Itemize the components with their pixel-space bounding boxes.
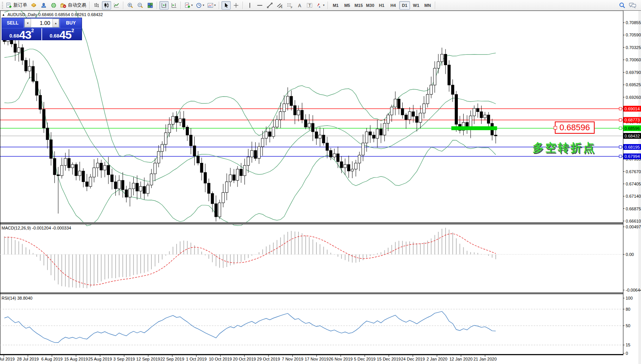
- candle-bull: [265, 132, 267, 138]
- vertical-line-button[interactable]: [245, 1, 254, 10]
- text-button[interactable]: A: [295, 1, 304, 10]
- candle-bull: [272, 127, 275, 136]
- hline-handle[interactable]: [619, 107, 622, 110]
- candle-bull: [157, 151, 160, 163]
- candle-bull: [354, 163, 357, 169]
- date-tick-label: 20 Oct 2019: [233, 357, 256, 361]
- timeframe-button-M30[interactable]: M30: [365, 1, 375, 10]
- rsi-tick-label: 50: [626, 323, 630, 328]
- timeframe-button-W1[interactable]: W1: [411, 1, 421, 10]
- hline-handle[interactable]: [619, 119, 622, 121]
- community-button[interactable]: [39, 1, 48, 10]
- periods-button[interactable]: ▾: [195, 1, 205, 10]
- candle-bear: [487, 115, 490, 123]
- candle-bear: [293, 106, 296, 115]
- buy-price[interactable]: 0.68 45 2: [42, 28, 82, 41]
- panel-separator[interactable]: [0, 292, 641, 294]
- one-click-collapse-marker[interactable]: ▲: [2, 13, 5, 16]
- timeframe-button-M1[interactable]: M1: [330, 1, 341, 10]
- price-tick-label: 0.67140: [626, 194, 641, 198]
- candlestick-chart-button[interactable]: [102, 1, 111, 10]
- fibonacci-letter: F: [291, 6, 292, 8]
- candle-bull: [376, 129, 379, 138]
- callout-anchor-handle[interactable]: [554, 126, 557, 130]
- arrows-button[interactable]: ▾: [315, 1, 326, 10]
- candle-bull: [247, 157, 249, 166]
- timeframe-button-H4[interactable]: H4: [388, 1, 398, 10]
- candle-bull: [365, 132, 368, 143]
- channel-button[interactable]: E: [275, 1, 284, 10]
- rsi-tick-label: 0: [626, 351, 628, 356]
- date-tick-label: 15 Dec 2019: [377, 357, 401, 361]
- price-level-callout[interactable]: 0.68596: [555, 121, 595, 134]
- candle-bear: [315, 132, 318, 138]
- candle-bear: [111, 175, 113, 182]
- timeframe-button-MN[interactable]: MN: [422, 1, 433, 10]
- zoom-out-button[interactable]: [136, 1, 145, 10]
- candle-bull: [423, 104, 425, 113]
- price-tick-label: 0.70590: [626, 33, 641, 37]
- one-click-trading-panel: SELL ▼ 1.00 ▲ BUY 0.68 43 2 0.68 45 2: [2, 18, 82, 40]
- candle-bear: [401, 108, 404, 115]
- tile-windows-button[interactable]: [146, 1, 155, 10]
- price-tick-label: 0.69260: [626, 95, 641, 100]
- volume-decrease-button[interactable]: ▼: [25, 19, 31, 27]
- candle-bull: [218, 203, 221, 217]
- volume-increase-button[interactable]: ▲: [52, 19, 59, 27]
- bar-chart-button[interactable]: [92, 1, 101, 10]
- text-label-button[interactable]: T: [305, 1, 314, 10]
- sell-button[interactable]: SELL: [2, 18, 24, 28]
- support-zone-bar[interactable]: [451, 126, 497, 130]
- dropdown-caret[interactable]: ▾: [214, 3, 216, 7]
- candle-bull: [383, 123, 386, 135]
- toolbar-drag-handle[interactable]: [2, 2, 3, 9]
- timeframe-button-D1[interactable]: D1: [399, 1, 410, 10]
- chart-shift-button[interactable]: [169, 1, 179, 10]
- candle-bear: [125, 190, 128, 197]
- line-chart-button[interactable]: [112, 1, 121, 10]
- dropdown-caret[interactable]: ▾: [203, 3, 204, 7]
- trendline-button[interactable]: [265, 1, 274, 10]
- fibonacci-button[interactable]: F: [285, 1, 294, 10]
- crosshair-button[interactable]: [231, 1, 241, 10]
- date-tick-label: 15 Aug 2019: [64, 357, 88, 361]
- chat-button[interactable]: [628, 1, 638, 10]
- indicators-icon: [184, 2, 190, 8]
- date-tick-label: 3 Sep 2019: [113, 357, 135, 361]
- hline-handle[interactable]: [619, 146, 622, 148]
- timeframe-button-M15[interactable]: M15: [353, 1, 364, 10]
- templates-button[interactable]: ▾: [206, 1, 217, 10]
- candle-bear: [57, 175, 59, 175]
- broadcast-button[interactable]: [49, 1, 58, 10]
- price-tick-label: 0.66610: [626, 219, 641, 223]
- panel-separator[interactable]: [0, 222, 641, 225]
- timeframe-button-M5[interactable]: M5: [342, 1, 352, 10]
- candle-bear: [43, 109, 45, 128]
- buy-button[interactable]: BUY: [60, 18, 82, 28]
- autotrading-button[interactable]: 自动交易: [59, 1, 87, 10]
- chart-canvas[interactable]: 0.708550.705900.703250.700600.697900.695…: [0, 0, 641, 364]
- candle-bear: [336, 154, 339, 162]
- hline-handle[interactable]: [619, 127, 622, 130]
- indicators-button[interactable]: ▾: [183, 1, 194, 10]
- candle-bear: [405, 115, 407, 120]
- new-order-button[interactable]: 新订单: [5, 1, 28, 10]
- dropdown-caret[interactable]: ▾: [323, 3, 325, 7]
- zoom-in-button[interactable]: [126, 1, 135, 10]
- volume-input[interactable]: 1.00: [31, 19, 52, 27]
- macd-tick-label: 0.00: [626, 252, 634, 257]
- candle-bear: [193, 146, 196, 156]
- hline-handle[interactable]: [619, 155, 622, 158]
- candle-bull: [362, 143, 364, 155]
- candle-bear: [233, 175, 235, 180]
- turning-point-annotation[interactable]: 多空转折点: [533, 140, 596, 156]
- horizontal-line-button[interactable]: [255, 1, 264, 10]
- search-button[interactable]: [618, 1, 627, 10]
- auto-scroll-button[interactable]: [159, 1, 169, 10]
- dropdown-caret[interactable]: ▾: [191, 3, 193, 7]
- timeframe-button-H1[interactable]: H1: [376, 1, 387, 10]
- candle-bull: [394, 99, 397, 107]
- metaeditor-button[interactable]: [29, 1, 38, 10]
- sell-price[interactable]: 0.68 43 2: [2, 28, 42, 41]
- cursor-button[interactable]: [221, 1, 231, 10]
